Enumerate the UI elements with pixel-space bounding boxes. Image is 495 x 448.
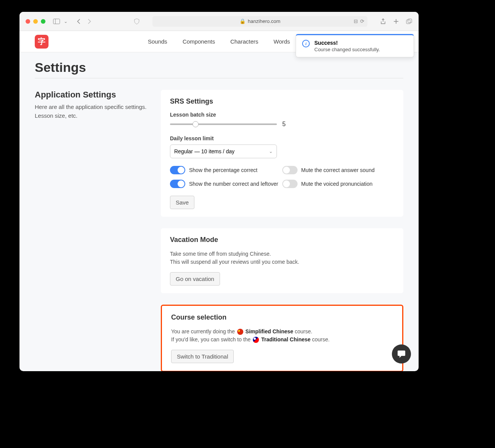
vacation-text-2: This will suspend all your reviews until…	[170, 258, 394, 266]
batch-size-slider[interactable]	[170, 123, 277, 125]
site-logo[interactable]: 字	[35, 35, 49, 49]
nav-sounds[interactable]: Sounds	[148, 38, 167, 45]
toggle-label: Mute the voiced pronunciation	[301, 181, 373, 187]
vacation-title: Vacation Mode	[170, 236, 394, 244]
slider-thumb[interactable]	[192, 121, 199, 127]
toggle-percentage-correct[interactable]	[170, 166, 185, 174]
chat-icon	[397, 350, 406, 358]
svg-rect-2	[406, 20, 410, 24]
daily-limit-label: Daily lesson limit	[170, 135, 394, 141]
taiwan-flag-icon	[253, 337, 259, 343]
china-flag-icon	[237, 329, 243, 335]
toggle-label: Show the number correct and leftover	[189, 181, 278, 187]
toggle-number-correct[interactable]	[170, 180, 185, 188]
toast-message: Course changed successfully.	[314, 47, 380, 52]
toggle-label: Mute the correct answer sound	[301, 167, 375, 173]
settings-sidebar: Application Settings Here are all the ap…	[35, 90, 149, 371]
chat-fab[interactable]	[392, 344, 411, 364]
info-icon: i	[302, 40, 310, 47]
nav-components[interactable]: Components	[183, 38, 215, 45]
success-toast: i Success! Course changed successfully.	[296, 34, 414, 57]
chevron-down-icon[interactable]: ⌄	[64, 19, 68, 24]
nav-words[interactable]: Words	[273, 38, 290, 45]
course-selection-card: Course selection You are currently doing…	[161, 305, 403, 371]
share-icon[interactable]	[380, 18, 387, 25]
maximize-window-button[interactable]	[41, 19, 45, 24]
srs-title: SRS Settings	[170, 97, 394, 106]
vacation-text-1: Take some time off from studying Chinese…	[170, 250, 394, 258]
reload-icon[interactable]: ⟳	[360, 18, 364, 24]
course-line-1: You are currently doing the Simplified C…	[171, 328, 393, 336]
forward-button[interactable]	[86, 18, 93, 25]
back-button[interactable]	[75, 18, 82, 25]
main-nav: Sounds Components Characters Words	[148, 38, 290, 45]
sidebar-heading: Application Settings	[35, 90, 149, 100]
reader-icon[interactable]: ⊟	[354, 18, 358, 24]
batch-size-value: 5	[282, 121, 286, 128]
url-bar[interactable]: 🔒 hanzihero.com ⊟ ⟳	[152, 16, 367, 27]
toggle-mute-correct-sound[interactable]	[282, 166, 298, 174]
svg-rect-3	[408, 19, 412, 23]
svg-rect-0	[53, 19, 60, 24]
browser-titlebar: ⌄ 🔒 hanzihero.com ⊟ ⟳	[19, 12, 419, 31]
go-on-vacation-button[interactable]: Go on vacation	[170, 272, 220, 286]
sidebar-description: Here are all the application specific se…	[35, 103, 149, 120]
daily-limit-value: Regular — 10 items / day	[174, 148, 235, 154]
switch-to-traditional-button[interactable]: Switch to Traditional	[171, 350, 234, 363]
sidebar-toggle-icon[interactable]	[53, 18, 60, 25]
tabs-icon[interactable]	[406, 18, 412, 25]
batch-size-label: Lesson batch size	[170, 112, 394, 118]
toast-title: Success!	[314, 40, 380, 46]
url-text: hanzihero.com	[248, 18, 280, 24]
new-tab-icon[interactable]	[393, 18, 400, 25]
chevron-down-icon: ⌄	[269, 149, 273, 154]
traffic-lights	[26, 19, 45, 24]
toggle-mute-pronunciation[interactable]	[282, 180, 298, 188]
browser-window: ⌄ 🔒 hanzihero.com ⊟ ⟳	[19, 12, 419, 371]
lock-icon: 🔒	[239, 18, 246, 24]
daily-limit-select[interactable]: Regular — 10 items / day ⌄	[170, 144, 277, 158]
course-line-2: If you'd like, you can switch to the Tra…	[171, 336, 393, 344]
course-title: Course selection	[171, 313, 393, 321]
vacation-card: Vacation Mode Take some time off from st…	[161, 228, 403, 293]
close-window-button[interactable]	[26, 19, 30, 24]
minimize-window-button[interactable]	[33, 19, 38, 24]
save-button[interactable]: Save	[170, 196, 194, 209]
toggle-label: Show the percentage correct	[189, 167, 257, 173]
srs-settings-card: SRS Settings Lesson batch size 5 Daily l…	[161, 90, 403, 217]
shield-icon[interactable]	[133, 18, 140, 25]
nav-characters[interactable]: Characters	[230, 38, 258, 45]
page-title: Settings	[35, 60, 403, 78]
